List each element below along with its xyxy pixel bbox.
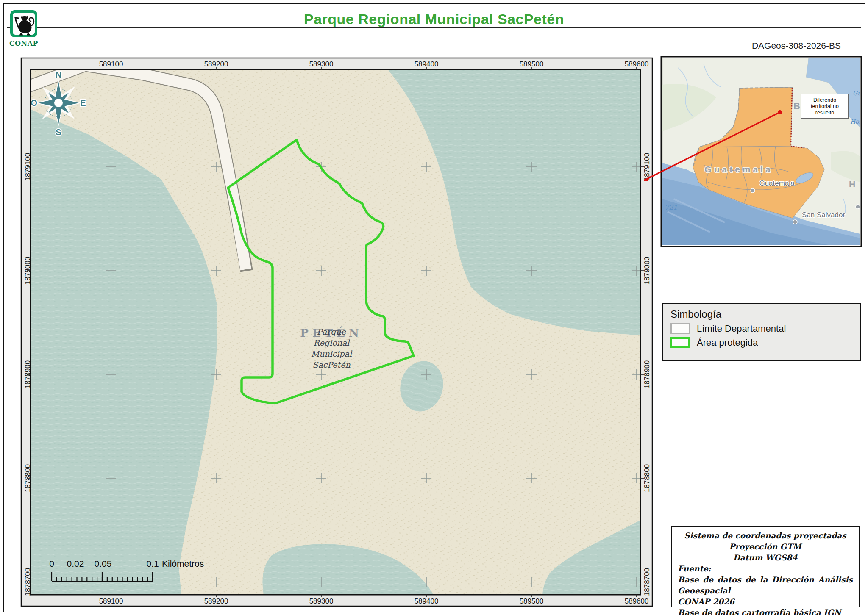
reference-code: DAGeos-308-2026-BS bbox=[752, 41, 841, 51]
scale-unit-label: Kilómetros bbox=[162, 559, 204, 568]
park-label-line: Parque bbox=[317, 327, 347, 336]
source-label: Fuente: bbox=[678, 563, 853, 574]
y-label-left: 1878700 bbox=[24, 568, 32, 596]
source-line: Base de datos cartografía básica IGN 201… bbox=[678, 607, 853, 615]
legend-title: Simbología bbox=[670, 308, 860, 320]
inset-city-label: San Salvador bbox=[802, 211, 845, 219]
y-label-left: 1879000 bbox=[24, 257, 32, 285]
scale-label-01: 0.1 bbox=[146, 559, 159, 568]
x-label-top: 589600 bbox=[625, 60, 649, 68]
x-label-top: 589200 bbox=[204, 60, 228, 68]
scale-label-005: 0.05 bbox=[95, 559, 112, 568]
source-line: CONAP 2026 bbox=[678, 596, 853, 607]
park-label-line: SacPetén bbox=[312, 360, 351, 369]
x-label-top: 589500 bbox=[520, 60, 544, 68]
crs-line: Datum WGS84 bbox=[678, 552, 853, 563]
conap-logo: CONAP bbox=[9, 9, 43, 49]
inset-country-label: Guatemala bbox=[704, 164, 773, 174]
y-label-right: 1878700 bbox=[643, 568, 651, 596]
x-label-bottom: 589200 bbox=[204, 597, 228, 605]
source-line: Base de datos de la Dirección Análisis G… bbox=[678, 574, 853, 596]
inset-depth-label: 721 bbox=[665, 203, 678, 211]
inset-city-dot bbox=[856, 205, 860, 209]
logo-text: CONAP bbox=[9, 39, 38, 47]
inset-water-label: Hond bbox=[850, 118, 868, 125]
territorial-dispute-note: Diferendo territorial no resuelto bbox=[801, 94, 849, 119]
inset-map: Guatemala Guatemala San Salvador B H o G… bbox=[661, 57, 868, 247]
inset-capital-dot bbox=[751, 188, 755, 193]
y-label-right: 1878800 bbox=[643, 464, 651, 492]
inset-honduras-label: H o bbox=[849, 179, 868, 189]
page-title: Parque Regional Municipal SacPetén bbox=[0, 11, 868, 28]
legend-item-protected-area: Área protegida bbox=[670, 337, 860, 348]
map-content: PETÉN Parque Regional Municipal SacPetén bbox=[13, 64, 642, 595]
y-label-left: 1878800 bbox=[24, 464, 32, 492]
map-document-page: PETÉN Parque Regional Municipal SacPetén bbox=[0, 0, 868, 615]
x-label-bottom: 589100 bbox=[99, 597, 123, 605]
compass-e: E bbox=[80, 98, 86, 108]
note-text: Diferendo territorial no resuelto bbox=[802, 97, 847, 116]
y-label-right: 1879000 bbox=[643, 257, 651, 285]
y-label-right: 1878900 bbox=[643, 360, 651, 388]
departmental-boundary-swatch bbox=[670, 323, 690, 334]
compass-s: S bbox=[56, 127, 61, 137]
coordinate-system-info-box: Sistema de coordenadas proyectadas Proye… bbox=[671, 526, 860, 607]
inset-city-dot bbox=[793, 220, 797, 224]
y-label-left: 1879100 bbox=[24, 153, 32, 181]
crs-line: Proyección GTM bbox=[678, 541, 853, 552]
inset-water-label: Gu bbox=[853, 90, 862, 97]
park-label-line: Municipal bbox=[311, 349, 353, 358]
y-label-left: 1878900 bbox=[24, 360, 32, 388]
scale-label-002: 0.02 bbox=[67, 559, 84, 568]
compass-o: O bbox=[31, 98, 37, 108]
x-label-bottom: 589400 bbox=[415, 597, 439, 605]
legend-item-departmental: Límite Departamental bbox=[670, 323, 860, 334]
inset-capital-label: Guatemala bbox=[759, 179, 795, 187]
x-label-bottom: 589500 bbox=[520, 597, 544, 605]
compass-n: N bbox=[56, 70, 61, 79]
inset-belize-label: B bbox=[793, 101, 800, 111]
legend-item-label: Área protegida bbox=[697, 337, 758, 348]
x-label-bottom: 589600 bbox=[625, 597, 649, 605]
crs-line: Sistema de coordenadas proyectadas bbox=[678, 530, 853, 541]
x-label-top: 589100 bbox=[99, 60, 123, 68]
park-label-line: Regional bbox=[314, 338, 351, 348]
main-map: PETÉN Parque Regional Municipal SacPetén bbox=[13, 58, 652, 606]
x-label-top: 589300 bbox=[309, 60, 334, 68]
x-label-bottom: 589300 bbox=[309, 597, 334, 605]
scale-label-0: 0 bbox=[49, 559, 54, 568]
protected-area-swatch bbox=[670, 337, 690, 348]
x-label-top: 589400 bbox=[415, 60, 439, 68]
legend-item-label: Límite Departamental bbox=[697, 323, 786, 334]
legend-panel: Simbología Límite Departamental Área pro… bbox=[662, 303, 861, 361]
